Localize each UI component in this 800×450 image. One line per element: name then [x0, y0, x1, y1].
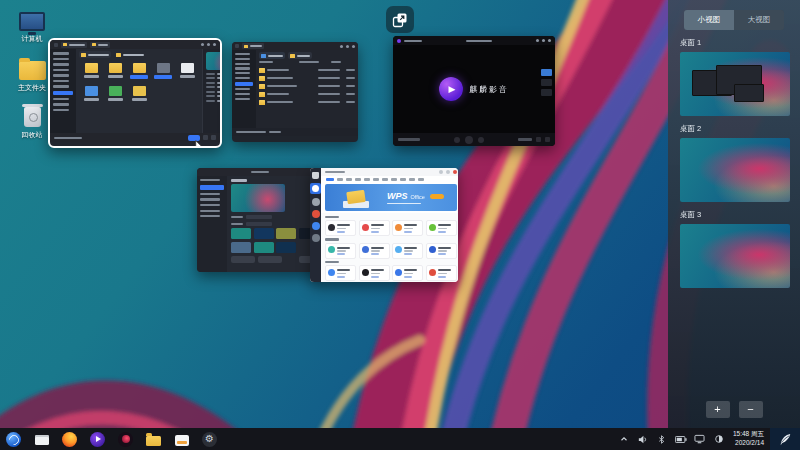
store-rail-icon[interactable] — [312, 222, 320, 230]
store-app-card[interactable] — [392, 243, 423, 259]
w1-path-chip — [79, 51, 111, 58]
desktop-thumbnail[interactable] — [680, 224, 790, 288]
store-nav-item[interactable] — [373, 178, 379, 180]
file-icon[interactable] — [175, 61, 199, 84]
tray-bluetooth-icon[interactable] — [656, 433, 668, 445]
decor — [325, 238, 339, 240]
install-button[interactable] — [371, 276, 379, 278]
store-app-card[interactable] — [392, 265, 423, 281]
desktop-thumbnail[interactable] — [680, 52, 790, 116]
store-app-card[interactable] — [359, 243, 390, 259]
install-button[interactable] — [404, 276, 412, 278]
decor — [108, 75, 123, 78]
taskbar-app-mail[interactable] — [173, 431, 190, 448]
wallpaper-thumb[interactable] — [276, 228, 296, 239]
decor — [438, 250, 447, 252]
taskbar-app-settings[interactable] — [201, 431, 218, 448]
store-home-tab[interactable] — [310, 183, 321, 194]
store-nav-item[interactable] — [364, 178, 370, 180]
install-button[interactable] — [337, 276, 345, 278]
store-app-card[interactable] — [325, 243, 356, 259]
desktop-item-1[interactable]: 桌面 1 — [680, 38, 800, 116]
remove-desktop-button[interactable]: − — [739, 401, 763, 418]
file-icon[interactable] — [79, 61, 103, 84]
store-nav-item[interactable] — [346, 178, 352, 180]
store-nav-item[interactable] — [355, 178, 361, 180]
store-rail-icon[interactable] — [312, 198, 320, 206]
store-nav-item[interactable] — [409, 178, 415, 180]
store-nav-item[interactable] — [418, 178, 424, 180]
file-row[interactable] — [259, 98, 355, 106]
window-file-manager-list[interactable] — [232, 42, 358, 142]
tray-display-icon[interactable] — [694, 433, 706, 445]
store-nav-item[interactable] — [326, 178, 334, 181]
store-rail-icon[interactable] — [312, 210, 320, 218]
install-button[interactable] — [337, 253, 345, 255]
install-button[interactable] — [371, 253, 379, 255]
window-video-player[interactable]: ▶ 麒麟影音 — [393, 36, 555, 146]
store-app-card[interactable] — [426, 220, 457, 236]
store-app-card[interactable] — [359, 265, 390, 281]
taskbar-app-firefox[interactable] — [61, 431, 78, 448]
night-mode-corner[interactable] — [770, 428, 800, 450]
file-icon[interactable] — [127, 61, 151, 84]
desktop-item-3[interactable]: 桌面 3 — [680, 210, 800, 288]
install-button[interactable] — [438, 253, 446, 255]
file-row[interactable] — [259, 74, 355, 82]
wallpaper-thumb[interactable] — [231, 228, 251, 239]
taskbar-app-video-player[interactable] — [89, 431, 106, 448]
file-icon[interactable] — [103, 61, 127, 84]
decor — [235, 58, 250, 60]
tray-expand-icon[interactable] — [618, 433, 630, 445]
multitask-toggle-button[interactable] — [386, 6, 414, 33]
store-nav-item[interactable] — [400, 178, 406, 180]
window-file-manager-grid[interactable] — [48, 38, 222, 148]
store-app-card[interactable] — [325, 265, 356, 281]
install-button[interactable] — [438, 231, 446, 233]
install-button[interactable] — [404, 231, 412, 233]
decor — [371, 250, 380, 252]
store-app-card[interactable] — [325, 220, 356, 236]
wallpaper-thumb[interactable] — [254, 228, 274, 239]
wallpaper-thumb[interactable] — [254, 242, 274, 253]
wallpaper-thumb[interactable] — [231, 242, 251, 253]
window-settings-wallpaper[interactable] — [197, 168, 322, 272]
file-icon[interactable] — [127, 84, 151, 107]
decor — [206, 91, 222, 93]
desktop-item-2[interactable]: 桌面 2 — [680, 124, 800, 202]
file-row[interactable] — [259, 90, 355, 98]
add-desktop-button[interactable]: + — [706, 401, 730, 418]
small-view-button[interactable]: 小视图 — [684, 10, 734, 30]
file-icon[interactable] — [103, 84, 127, 107]
store-nav-item[interactable] — [391, 178, 397, 180]
store-nav-item[interactable] — [337, 178, 343, 180]
file-icon[interactable] — [79, 84, 103, 107]
file-row[interactable] — [259, 66, 355, 74]
store-app-card[interactable] — [426, 265, 457, 281]
desktop-thumbnail[interactable] — [680, 138, 790, 202]
store-rail-icon[interactable] — [312, 234, 320, 242]
file-icon[interactable] — [151, 61, 175, 84]
wallpaper-thumb[interactable] — [276, 242, 296, 253]
tray-battery-icon[interactable] — [675, 433, 687, 445]
install-button[interactable] — [371, 231, 379, 233]
store-app-card[interactable] — [359, 220, 390, 236]
store-nav-item[interactable] — [382, 178, 388, 180]
install-button[interactable] — [438, 276, 446, 278]
taskbar-clock[interactable]: 15:48 周五 2020/2/14 — [733, 430, 764, 448]
window-software-store[interactable]: WPS Office — [310, 168, 458, 282]
install-button[interactable] — [404, 253, 412, 255]
file-row[interactable] — [259, 82, 355, 90]
taskbar-app-launcher[interactable] — [5, 431, 22, 448]
w5-wps-banner[interactable]: WPS Office — [325, 184, 457, 211]
store-app-card[interactable] — [426, 243, 457, 259]
taskbar-app-folder[interactable] — [145, 431, 162, 448]
store-app-card[interactable] — [392, 220, 423, 236]
tray-brightness-icon[interactable] — [713, 433, 725, 445]
taskbar-app-music[interactable] — [117, 431, 134, 448]
taskbar-app-file-manager[interactable] — [33, 431, 50, 448]
tray-volume-icon[interactable] — [637, 433, 649, 445]
install-button[interactable] — [337, 231, 345, 233]
large-view-button[interactable]: 大视图 — [734, 10, 784, 30]
decor — [53, 63, 69, 66]
